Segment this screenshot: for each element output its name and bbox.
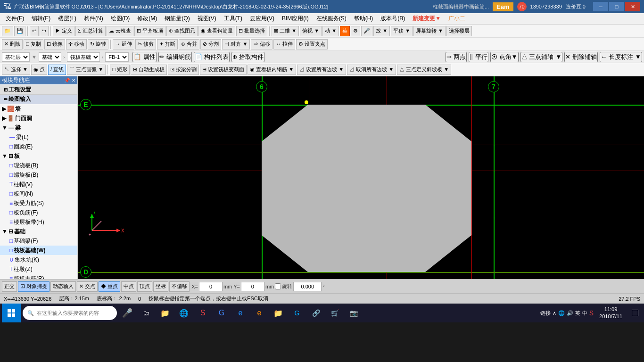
taskbar-task-view[interactable]: 🗂 <box>138 304 155 321</box>
bt-vertex[interactable]: 顶点 <box>137 281 152 292</box>
y-input[interactable] <box>241 282 264 291</box>
sidebar-item-foundation[interactable]: ▼ ⊟ 基础 <box>0 227 77 236</box>
sidebar-item-slab-neg[interactable]: □ 板负筋(F) <box>0 208 77 217</box>
sidebar-item-beam-l[interactable]: — 梁(L) <box>0 132 77 142</box>
tb-set-section[interactable]: ⊟ 设置筏板变截面 <box>200 65 247 75</box>
menu-guangxiao[interactable]: 广小二 <box>445 14 469 24</box>
sidebar-item-beam[interactable]: ▼ — 梁 <box>0 123 77 132</box>
bt-object-snap[interactable]: ⊡ 对象捕捉 <box>18 281 50 292</box>
taskbar-notification[interactable] <box>628 304 642 322</box>
tb-offset[interactable]: ⇒ 偏移 <box>251 39 272 49</box>
tb-point[interactable]: ◉ 点 <box>31 65 47 75</box>
menu-rebar[interactable]: 钢筋量(Q) <box>161 14 193 24</box>
tb-slope-3pt[interactable]: △ 三点定义斜坡板 ▼ <box>397 65 451 75</box>
bt-orthogonal[interactable]: 正交 <box>2 281 17 292</box>
floor-select[interactable]: 基础层 <box>2 52 30 62</box>
menu-new-change[interactable]: 新建变更▼ <box>409 14 445 24</box>
tb-zoom[interactable]: 放 ▼ <box>373 26 390 36</box>
tb-line[interactable]: / 直线 <box>48 65 66 75</box>
menu-view[interactable]: 视图(V) <box>194 14 220 24</box>
sidebar-item-raft-foundation[interactable]: □ 筏板基础(W) <box>0 246 77 255</box>
tb-set-all-slope[interactable]: ⊿ 设置所有边坡 ▼ <box>297 65 346 75</box>
menu-bim[interactable]: BIM应用(I) <box>278 14 313 24</box>
bc-component-list[interactable]: 📄 构件列表 <box>194 52 230 62</box>
tb-2d[interactable]: ⊠ 二维 ▼ <box>272 26 299 36</box>
bc-properties[interactable]: 📋 属性 <box>132 52 157 62</box>
type-select[interactable]: 基础 <box>39 52 61 62</box>
bc-edit-rebar[interactable]: ✏ 编辑钢筋 <box>158 52 192 62</box>
taskbar-clock[interactable]: 11:09 2018/7/11 <box>595 306 626 321</box>
tb-split-by-beam[interactable]: ⊡ 按梁分割 <box>168 65 199 75</box>
sidebar-item-wall[interactable]: ▶ 🧱 墙 <box>0 104 77 114</box>
tb-set-clamp[interactable]: ⚙ 设置夹点 <box>296 39 328 49</box>
tb-stretch[interactable]: ↔ 拉伸 <box>273 39 295 49</box>
tb-level-top[interactable]: ⊞ 平齐板顶 <box>134 26 165 36</box>
menu-version[interactable]: 版本号(B) <box>377 14 409 24</box>
rotate-input[interactable] <box>293 282 322 291</box>
tb-split[interactable]: ⊘ 分割 <box>200 39 221 49</box>
menu-cloud[interactable]: 云应用(V) <box>246 14 278 24</box>
tb-batch-select[interactable]: ⊟ 批量选择 <box>236 26 267 36</box>
bt-dynamic-input[interactable]: 动态输入 <box>50 281 76 292</box>
sidebar-item-spiral-slab[interactable]: □ 螺旋板(B) <box>0 170 77 180</box>
bt-coordinate[interactable]: 坐标 <box>153 281 168 292</box>
tb-topview[interactable]: 俯视 ▼ <box>300 26 322 36</box>
bc-parallel[interactable]: ∥ 平行 <box>469 52 488 62</box>
tb-cancel-all-slope[interactable]: ⊿ 取消所有边坡 ▼ <box>347 65 396 75</box>
sidebar-item-slab[interactable]: ▼ ⊟ 板 <box>0 151 77 161</box>
sidebar-item-cast-slab[interactable]: □ 现浇板(B) <box>0 161 77 170</box>
tb-move[interactable]: ✛ 移动 <box>66 39 87 49</box>
x-input[interactable] <box>199 282 223 291</box>
tb-open[interactable]: 📁 <box>2 26 13 36</box>
sidebar-item-door-window[interactable]: ▶ 🚪 门面洞 <box>0 114 77 123</box>
category-select[interactable]: 筏板基础 <box>67 52 100 62</box>
menu-floor[interactable]: 楼层(L) <box>54 14 80 24</box>
bt-intersection[interactable]: ✕ 交点 <box>77 281 98 292</box>
canvas-area[interactable]: 6 7 E D X Y + <box>78 76 644 279</box>
sidebar-item-ring-beam[interactable]: □ 圈梁(E) <box>0 142 77 151</box>
bc-delete-axis[interactable]: ✕ 删除辅轴 <box>564 52 598 62</box>
menu-edit[interactable]: 编辑(E) <box>28 14 54 24</box>
taskbar-ie3[interactable]: e <box>251 304 268 321</box>
bc-point-angle[interactable]: ⦿ 点角▼ <box>490 52 519 62</box>
tb-merge[interactable]: ⊕ 合并 <box>179 39 199 49</box>
tb-break[interactable]: ✦ 打断 <box>157 39 178 49</box>
sidebar-item-column-pier[interactable]: T 柱墩(Z) <box>0 264 77 274</box>
taskbar-sogo[interactable]: S <box>194 304 211 321</box>
sidebar-item-project-setup[interactable]: ⊞ 工程设置 <box>0 85 77 95</box>
taskbar-file-explorer[interactable]: 📁 <box>157 304 173 321</box>
bc-three-point-axis[interactable]: △ 三点辅轴 ▼ <box>520 52 563 62</box>
menu-component[interactable]: 构件(N) <box>80 14 107 24</box>
bt-midpoint[interactable]: ◆ 重点 <box>99 281 120 292</box>
menu-file[interactable]: 文件(F) <box>2 14 28 24</box>
tb-settings[interactable]: ⚙ <box>351 26 360 36</box>
tb-select[interactable]: ↖ 选择 ▼ <box>2 65 30 75</box>
tb-trim[interactable]: ✂ 修剪 <box>135 39 156 49</box>
taskbar-mic[interactable]: 🎤 <box>119 304 136 321</box>
taskbar-ie2[interactable]: e <box>232 304 249 321</box>
bc-two-point[interactable]: ⊸ 两点 <box>446 52 467 62</box>
taskbar-folder[interactable]: 📁 <box>270 304 287 321</box>
menu-modify[interactable]: 修改(M) <box>133 14 161 24</box>
element-select[interactable]: FB-1 <box>105 52 129 62</box>
bt-no-offset[interactable]: 不偏移 <box>169 281 190 292</box>
menu-draw[interactable]: 绘图(D) <box>107 14 134 24</box>
tb-cloud-check[interactable]: ☁ 云检查 <box>107 26 133 36</box>
tb-rectangle[interactable]: □ 矩形 <box>110 65 130 75</box>
sidebar-item-column-cap[interactable]: T 柱帽(V) <box>0 180 77 189</box>
tb-extend[interactable]: → 延伸 <box>113 39 134 49</box>
bc-pick-component[interactable]: ⊕ 拾取构件 <box>231 52 264 62</box>
tb-select-floor[interactable]: 选择楼层 <box>446 26 472 36</box>
tb-english[interactable]: 英 <box>340 26 350 36</box>
tb-dynamic[interactable]: 动 ▼ <box>322 26 339 36</box>
tb-summary[interactable]: Σ 汇总计算 <box>75 26 106 36</box>
menu-tools[interactable]: 工具(T) <box>220 14 246 24</box>
taskbar-search[interactable]: 🔍 在这里输入你要搜索的内容 <box>23 306 117 320</box>
tb-arc[interactable]: ⌒ 三点画弧 ▼ <box>67 65 106 75</box>
sidebar-item-sump[interactable]: ∪ 集水坑(K) <box>0 255 77 264</box>
taskbar-gdlk[interactable]: G <box>289 304 305 321</box>
taskbar-camera[interactable]: 📷 <box>345 304 362 321</box>
bt-center[interactable]: 中点 <box>121 281 136 292</box>
sidebar-item-raft-main-rebar[interactable]: ≡ 筏板主筋(R) <box>0 274 77 279</box>
rotate-checkbox[interactable] <box>275 283 281 289</box>
